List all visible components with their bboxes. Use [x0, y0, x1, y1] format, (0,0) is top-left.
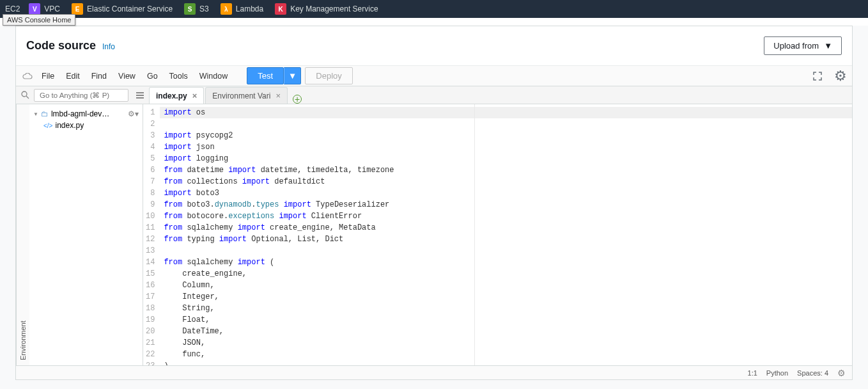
kms-icon: K: [275, 3, 286, 15]
svg-point-0: [22, 91, 27, 97]
caret-down-icon: ▼: [33, 111, 38, 117]
tab-label: index.py: [156, 91, 187, 100]
menu-window[interactable]: Window: [194, 69, 233, 83]
page-title: Code source: [26, 39, 96, 52]
s3-icon: S: [184, 3, 196, 15]
tree-folder[interactable]: ▼ 🗀 lmbd-agml-devizapp ⚙▾: [32, 108, 140, 120]
environment-sidebar-label[interactable]: Environment: [16, 104, 29, 365]
menu-go[interactable]: Go: [142, 69, 163, 83]
editor-toolbar: File Edit Find View Go Tools Window Test…: [16, 66, 852, 86]
menu-file[interactable]: File: [36, 69, 59, 83]
info-link[interactable]: Info: [102, 42, 115, 51]
svg-rect-4: [136, 97, 144, 99]
caret-down-icon: ▼: [824, 41, 832, 51]
aws-top-nav: EC2 V VPC E Elastic Container Service S …: [0, 0, 868, 18]
code-editor[interactable]: 1234567891011121314151617181920212223242…: [143, 104, 852, 365]
code-source-panel: Code source Info Upload from ▼ File Edit…: [15, 26, 853, 380]
close-icon[interactable]: ×: [275, 91, 281, 100]
nav-s3[interactable]: S S3: [179, 0, 214, 18]
status-gear-icon[interactable]: ⚙: [837, 368, 846, 378]
menu-view[interactable]: View: [113, 69, 141, 83]
nav-ecs[interactable]: E Elastic Container Service: [66, 0, 178, 18]
language-mode[interactable]: Python: [766, 369, 788, 377]
file-name: index.py: [55, 121, 84, 130]
goto-input[interactable]: [34, 89, 128, 102]
fullscreen-icon[interactable]: [810, 68, 825, 84]
svg-rect-3: [136, 95, 144, 96]
tree-gear-icon[interactable]: ⚙▾: [128, 109, 139, 118]
file-tree: ▼ 🗀 lmbd-agml-devizapp ⚙▾ </> index.py: [29, 104, 143, 365]
nav-kms[interactable]: K Key Management Service: [270, 0, 383, 18]
close-icon[interactable]: ×: [192, 91, 198, 100]
folder-name: lmbd-agml-devizapp: [51, 109, 110, 118]
code-content[interactable]: import osimport psycopg2import jsonimpor…: [160, 104, 852, 365]
folder-icon: 🗀: [41, 109, 49, 118]
ecs-icon: E: [72, 3, 83, 15]
deploy-button[interactable]: Deploy: [305, 67, 352, 84]
panel-header: Code source Info Upload from ▼: [16, 26, 852, 66]
lambda-icon: λ: [221, 3, 232, 15]
upload-from-button[interactable]: Upload from ▼: [764, 36, 842, 55]
status-bar: 1:1 Python Spaces: 4 ⚙: [16, 365, 852, 379]
tab-indexpy[interactable]: index.py ×: [149, 87, 204, 104]
svg-rect-2: [136, 92, 144, 93]
test-button[interactable]: Test: [247, 67, 284, 84]
cursor-position[interactable]: 1:1: [748, 369, 757, 377]
add-tab-icon[interactable]: +: [293, 95, 302, 104]
nav-lambda[interactable]: λ Lambda: [215, 0, 268, 18]
tree-file[interactable]: </> index.py: [32, 120, 140, 131]
search-icon[interactable]: [16, 91, 34, 99]
svg-line-1: [26, 96, 29, 99]
cloud9-icon[interactable]: [20, 73, 35, 79]
menu-find[interactable]: Find: [86, 69, 112, 83]
menu-tools[interactable]: Tools: [164, 69, 193, 83]
menu-edit[interactable]: Edit: [61, 69, 85, 83]
indent-setting[interactable]: Spaces: 4: [797, 369, 828, 377]
nav-ecs-label: Elastic Container Service: [87, 4, 173, 13]
tab-list-icon[interactable]: [131, 91, 149, 99]
nav-vpc-label: VPC: [44, 4, 60, 13]
settings-gear-icon[interactable]: ⚙: [833, 68, 848, 84]
nav-kms-label: Key Management Service: [290, 4, 378, 13]
vpc-icon: V: [29, 3, 40, 15]
test-dropdown[interactable]: ▼: [284, 67, 301, 84]
editor-divider: [474, 104, 475, 365]
line-gutter: 1234567891011121314151617181920212223242…: [143, 104, 160, 365]
nav-lambda-label: Lambda: [236, 4, 263, 13]
python-file-icon: </>: [43, 122, 52, 129]
nav-left-edge[interactable]: EC2: [3, 4, 22, 13]
console-home-tooltip: AWS Console Home: [3, 14, 75, 26]
search-tab-row: index.py × Environment Vari × +: [16, 86, 852, 104]
nav-s3-label: S3: [199, 4, 209, 13]
tab-env-vars[interactable]: Environment Vari ×: [205, 87, 288, 104]
upload-label: Upload from: [773, 41, 819, 51]
tab-label: Environment Vari: [212, 91, 270, 100]
